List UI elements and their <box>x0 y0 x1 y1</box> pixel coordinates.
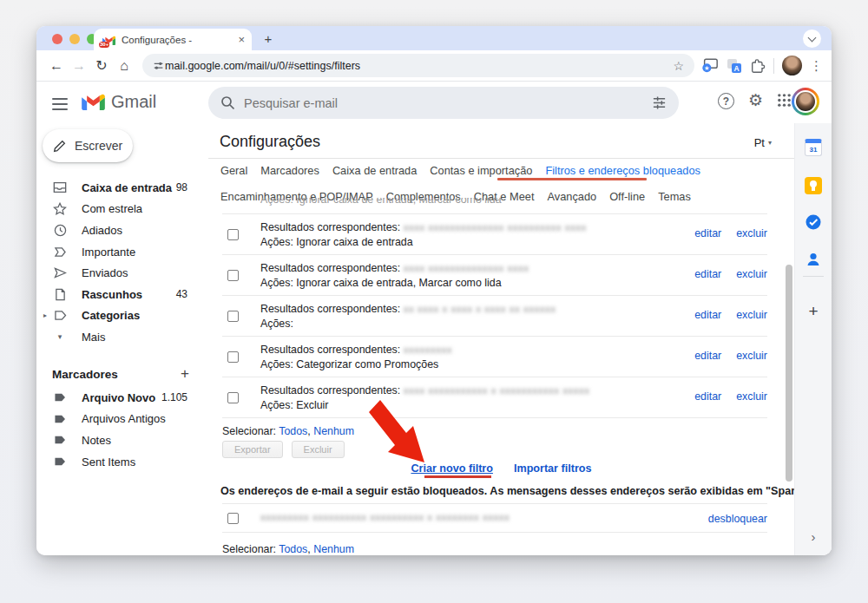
tasks-icon[interactable] <box>805 213 822 234</box>
sidebar-item-important[interactable]: Importante <box>36 241 208 263</box>
account-avatar[interactable] <box>792 88 819 115</box>
translate-icon[interactable]: A <box>727 58 742 74</box>
get-addons-button[interactable]: + <box>808 302 818 321</box>
compose-button[interactable]: Escrever <box>43 129 133 162</box>
select-all-link[interactable]: Todos <box>279 543 307 555</box>
tab-marcadores[interactable]: Marcadores <box>260 164 319 177</box>
window-controls <box>52 34 97 44</box>
browser-tab[interactable]: 30+ Configurações - × <box>94 29 252 50</box>
address-bar[interactable]: ☆ <box>142 54 694 77</box>
search-options-icon[interactable] <box>652 95 667 110</box>
home-button[interactable]: ⌂ <box>113 58 135 74</box>
sidebar-item-categories[interactable]: ▸ Categorias <box>36 305 208 327</box>
delete-filter-link[interactable]: excluir <box>736 227 767 239</box>
calendar-icon[interactable]: 31 <box>805 139 822 156</box>
redacted-criteria: xxxx xxxxxxxxxxxxxx xxxx <box>404 263 529 273</box>
add-label-button[interactable]: + <box>181 365 189 383</box>
filter-checkbox[interactable] <box>227 229 239 240</box>
sidebar-item-more[interactable]: ▾ Mais <box>36 326 208 348</box>
send-icon <box>52 267 68 279</box>
keep-icon[interactable] <box>805 177 822 194</box>
svg-text:★: ★ <box>704 64 710 72</box>
draft-icon <box>52 288 68 301</box>
tab-contas-e-importacao[interactable]: Contas e importação <box>430 164 532 177</box>
chevron-down-icon: ▾ <box>52 332 68 341</box>
browser-menu-icon[interactable]: ⋮ <box>810 58 823 74</box>
settings-gear-icon[interactable]: ⚙ <box>748 92 763 108</box>
import-filters-link[interactable]: Importar filtros <box>514 462 592 475</box>
extensions-icon[interactable] <box>750 58 766 74</box>
filter-row: Resultados correspondentes: xxxx xxxxxxx… <box>222 254 767 295</box>
blocked-checkbox[interactable] <box>227 513 239 524</box>
edit-filter-link[interactable]: editar <box>694 268 721 280</box>
create-filter-red-underline <box>424 475 491 478</box>
label-item[interactable]: Arquivo Novo 1.105 <box>36 387 208 409</box>
filter-row: Resultados correspondentes: xxxx xxxxxxx… <box>222 377 767 417</box>
comma: , <box>307 425 310 437</box>
url-input[interactable] <box>165 60 673 72</box>
new-tab-button[interactable]: + <box>260 31 276 46</box>
sidebar-item-snoozed[interactable]: Adiados <box>36 220 208 241</box>
delete-filter-link[interactable]: excluir <box>736 350 767 362</box>
edit-filter-link[interactable]: editar <box>694 309 721 321</box>
label-item[interactable]: Arquivos Antigos <box>36 409 208 430</box>
tab-geral[interactable]: Geral <box>220 164 247 177</box>
filter-checkbox[interactable] <box>227 351 239 363</box>
main-menu-icon[interactable] <box>52 95 68 114</box>
sidebar-item-sent[interactable]: Enviados <box>36 262 208 284</box>
edit-filter-link[interactable]: editar <box>694 350 721 362</box>
contacts-icon[interactable] <box>805 251 822 272</box>
help-button[interactable]: ? <box>718 93 734 109</box>
site-settings-icon[interactable] <box>153 60 165 72</box>
calendar-day: 31 <box>810 146 818 154</box>
search-bar[interactable] <box>208 87 679 119</box>
filter-row: Resultados correspondentes: xxxxxxxxx Aç… <box>222 336 767 377</box>
tab-search-menu-button[interactable] <box>803 29 821 48</box>
sidebar-item-starred[interactable]: Com estrela <box>36 199 208 220</box>
labels-section-header: Marcadores + <box>36 363 208 385</box>
filter-checkbox[interactable] <box>227 311 239 322</box>
filter-actions: Ações: Ignorar caixa de entrada, Marcar … <box>260 277 502 289</box>
close-window-button[interactable] <box>52 34 62 44</box>
tab-share-icon[interactable]: ★ <box>701 58 719 73</box>
browser-profile-avatar[interactable] <box>782 56 802 75</box>
reload-button[interactable]: ↻ <box>90 57 113 74</box>
google-apps-icon[interactable] <box>777 93 792 111</box>
minimize-window-button[interactable] <box>69 34 80 44</box>
category-tag-icon <box>52 310 68 321</box>
svg-text:A: A <box>733 63 739 72</box>
gmail-logo[interactable]: Gmail <box>82 92 156 112</box>
sidebar-item-inbox[interactable]: Caixa de entrada 98 <box>36 177 208 199</box>
delete-filter-link[interactable]: excluir <box>736 309 767 321</box>
collapse-panel-icon[interactable]: › <box>812 529 816 544</box>
filter-checkbox[interactable] <box>227 270 239 281</box>
back-button[interactable]: ← <box>45 58 68 74</box>
label-item[interactable]: Notes <box>36 429 208 451</box>
select-none-link[interactable]: Nenhum <box>313 425 354 437</box>
language-selector[interactable]: Pt ▾ <box>754 136 772 149</box>
sidebar-item-drafts[interactable]: Rascunhos 43 <box>36 284 208 305</box>
delete-filter-link[interactable]: excluir <box>736 268 767 280</box>
create-new-filter-link[interactable]: Criar novo filtro <box>411 462 492 475</box>
tab-filtros-e-enderecos-bloqueados[interactable]: Filtros e endereços bloqueados <box>545 164 700 177</box>
unblock-link[interactable]: desbloquear <box>708 513 767 525</box>
matches-label: Resultados correspondentes: <box>260 384 400 397</box>
scrollbar-thumb[interactable] <box>786 265 792 482</box>
search-input[interactable] <box>244 96 652 110</box>
tab-caixa-de-entrada[interactable]: Caixa de entrada <box>332 164 417 177</box>
delete-filter-link[interactable]: excluir <box>736 390 767 403</box>
search-icon[interactable] <box>220 95 235 110</box>
bookmark-star-icon[interactable]: ☆ <box>673 59 684 73</box>
filter-checkbox[interactable] <box>227 392 239 403</box>
forward-button[interactable]: → <box>68 58 90 74</box>
tab-close-icon[interactable]: × <box>238 33 245 46</box>
label-item[interactable]: Sent Items <box>36 451 208 473</box>
edit-filter-link[interactable]: editar <box>694 227 721 239</box>
select-none-link[interactable]: Nenhum <box>313 543 354 555</box>
delete-button[interactable]: Excluir <box>292 441 345 458</box>
expand-arrow-icon[interactable]: ▸ <box>43 311 47 319</box>
select-all-link[interactable]: Todos <box>279 425 307 437</box>
edit-filter-link[interactable]: editar <box>694 390 721 403</box>
export-button[interactable]: Exportar <box>222 441 283 458</box>
active-tab-red-underline <box>497 178 647 180</box>
